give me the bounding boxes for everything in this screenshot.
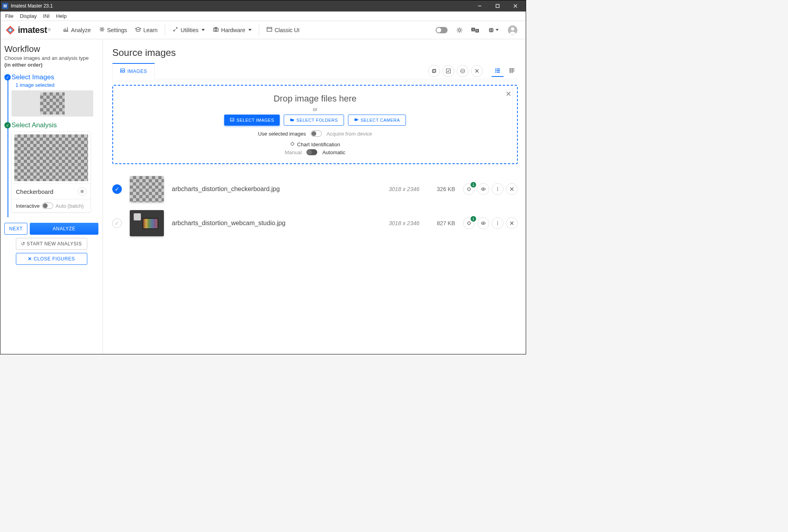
page-title: Source images	[112, 47, 518, 58]
image-view-button[interactable]	[477, 217, 489, 229]
toolbar-utilities[interactable]: Utilities	[168, 24, 209, 36]
image-row: ✓ arbcharts_distortion_checkerboard.jpg …	[112, 172, 518, 206]
image-thumbnail[interactable]	[130, 176, 164, 202]
tools-icon	[172, 26, 179, 34]
minimize-button[interactable]	[471, 0, 488, 11]
svg-rect-35	[495, 72, 496, 73]
svg-rect-34	[497, 70, 500, 71]
tab-images[interactable]: IMAGES	[112, 63, 155, 79]
select-images-button[interactable]: SELECT IMAGES	[224, 115, 280, 126]
dropzone-close-button[interactable]: ✕	[505, 90, 511, 98]
select-folders-button[interactable]: SELECT FOLDERS	[284, 115, 344, 126]
theme-toggle[interactable]	[432, 25, 451, 36]
list-view-button[interactable]	[492, 65, 504, 77]
toggle-icon	[436, 27, 448, 33]
image-dimensions: 3018 x 2346	[380, 186, 419, 192]
close-icon: ✕	[28, 256, 32, 262]
workflow-subtitle2: (in either order)	[4, 62, 98, 68]
step1-thumbnail[interactable]	[12, 90, 93, 117]
menu-help[interactable]: Help	[53, 12, 70, 20]
image-select-checkbox[interactable]: ✓	[112, 218, 122, 228]
svg-rect-1	[496, 4, 499, 8]
checkerboard-icon	[40, 92, 65, 115]
main-area: Workflow Choose images and an analysis t…	[0, 39, 526, 354]
close-button[interactable]	[506, 0, 524, 11]
auto-label: Auto (batch)	[56, 203, 84, 209]
image-actions: 1	[463, 217, 518, 229]
analyze-button[interactable]: ANALYZE	[30, 223, 98, 235]
next-button[interactable]: NEXT	[4, 223, 27, 235]
window-title: Imatest Master 23.1	[11, 3, 471, 9]
chart-id-toggle[interactable]	[306, 149, 317, 155]
menu-ini[interactable]: INI	[40, 12, 53, 20]
image-menu-button[interactable]	[492, 217, 504, 229]
svg-rect-9	[267, 27, 272, 31]
window-icon	[266, 26, 273, 34]
image-thumbnail[interactable]	[130, 210, 164, 236]
deselect-button[interactable]	[457, 65, 469, 77]
video-icon	[354, 117, 359, 123]
acquire-mode-row: Use selected images Acquire from device	[121, 130, 509, 137]
step-select-images[interactable]: ✓ Select Images 1 image selected	[12, 73, 98, 117]
select-all-button[interactable]	[442, 65, 454, 77]
svg-rect-43	[509, 72, 511, 73]
toolbar-classic-ui[interactable]: Classic UI	[262, 24, 304, 36]
interactive-toggle[interactable]	[42, 203, 53, 209]
image-remove-button[interactable]	[506, 217, 518, 229]
select-camera-button[interactable]: SELECT CAMERA	[348, 115, 406, 126]
svg-rect-37	[509, 68, 511, 70]
badge: 1	[471, 216, 476, 222]
menu-display[interactable]: Display	[17, 12, 40, 20]
acquire-toggle[interactable]	[311, 130, 322, 137]
svg-rect-32	[497, 69, 500, 69]
analysis-thumbnail[interactable]	[12, 132, 90, 184]
toolbar-analyze[interactable]: Analyze	[59, 24, 95, 36]
image-menu-button[interactable]	[492, 183, 504, 195]
close-figures-button[interactable]: ✕ CLOSE FIGURES	[16, 253, 87, 265]
analysis-card: Checkerboard Interactive Auto (batch)	[12, 132, 91, 212]
tabs-row: IMAGES	[112, 63, 518, 79]
toolbar-hardware[interactable]: Hardware	[209, 24, 256, 36]
acquire-label: Acquire from device	[327, 131, 372, 137]
svg-text:文: 文	[476, 29, 479, 32]
chart-id-label: Chart Identification	[297, 142, 340, 147]
stack-button[interactable]	[428, 65, 440, 77]
language-button[interactable]: A文	[468, 25, 482, 36]
svg-text:A: A	[472, 28, 474, 31]
maximize-button[interactable]	[488, 0, 506, 11]
image-icon	[230, 117, 234, 123]
user-button[interactable]	[504, 23, 521, 38]
svg-rect-24	[432, 70, 435, 73]
undo-icon: ↺	[21, 241, 25, 247]
svg-point-8	[215, 29, 217, 31]
image-remove-button[interactable]	[506, 183, 518, 195]
step-select-analysis[interactable]: ✓ Select Analysis Checkerboard Interacti…	[12, 121, 98, 212]
image-view-button[interactable]	[477, 183, 489, 195]
image-list: ✓ arbcharts_distortion_checkerboard.jpg …	[112, 172, 518, 240]
analysis-card-title-row: Checkerboard	[12, 184, 90, 199]
grid-view-button[interactable]	[506, 65, 518, 77]
brightness-button[interactable]	[453, 25, 466, 36]
graduation-cap-icon	[135, 26, 141, 34]
analysis-mode-row: Interactive Auto (batch)	[12, 199, 90, 212]
svg-rect-33	[495, 70, 496, 71]
image-select-checkbox[interactable]: ✓	[112, 184, 122, 194]
svg-point-21	[81, 191, 83, 192]
toolbar-learn[interactable]: Learn	[131, 24, 161, 36]
globe-button[interactable]	[485, 25, 502, 36]
svg-point-68	[482, 222, 484, 224]
remove-button[interactable]	[471, 65, 483, 77]
svg-point-71	[497, 224, 498, 225]
image-target-button[interactable]: 1	[463, 217, 475, 229]
toolbar-settings[interactable]: Settings	[95, 24, 131, 36]
logo: imatest ®	[5, 25, 51, 35]
start-new-button[interactable]: ↺ START NEW ANALYSIS	[16, 238, 87, 250]
dropzone[interactable]: ✕ Drop image files here or SELECT IMAGES…	[112, 85, 518, 164]
image-row: ✓ arbcharts_distortion_webcam_studio.jpg…	[112, 206, 518, 240]
chart-id-mode-row: Manual Automatic	[121, 149, 509, 155]
menu-file[interactable]: File	[2, 12, 17, 20]
svg-rect-38	[511, 68, 513, 70]
analysis-settings-button[interactable]	[78, 187, 86, 196]
logo-icon	[5, 25, 15, 35]
image-target-button[interactable]: 1	[463, 183, 475, 195]
